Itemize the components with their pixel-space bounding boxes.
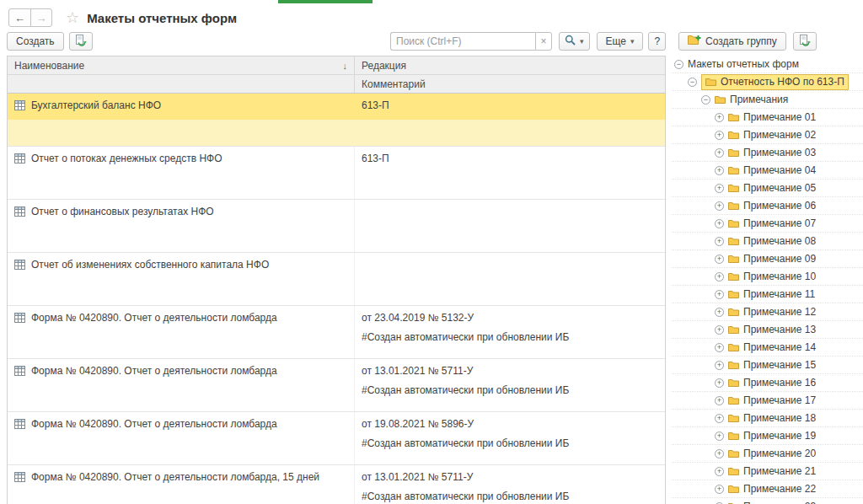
search-input[interactable] <box>390 32 535 51</box>
tree-note-item[interactable]: + Примечание 07 <box>672 215 863 233</box>
more-button[interactable]: Еще ▾ <box>597 32 644 51</box>
group-tree: − Макеты отчетных форм − Отчетность НФО … <box>672 56 863 504</box>
table-row[interactable]: Форма № 0420890. Отчет о деятельности ло… <box>8 412 665 465</box>
forward-button[interactable]: → <box>30 9 51 26</box>
tree-note-item[interactable]: + Примечание 06 <box>672 197 863 215</box>
search-button[interactable]: ▾ <box>559 32 590 51</box>
folder-icon <box>705 78 716 87</box>
expand-icon[interactable]: + <box>715 449 724 458</box>
tree-note-item[interactable]: + Примечание 23 <box>672 498 863 504</box>
collapse-icon[interactable]: − <box>688 78 697 87</box>
tree-note-item[interactable]: + Примечание 10 <box>672 268 863 286</box>
column-header-name[interactable]: Наименование ↓ <box>8 56 355 74</box>
expand-icon[interactable]: + <box>715 325 724 335</box>
table-row[interactable]: Бухгалтерский баланс НФО 613-П <box>8 94 665 147</box>
collapse-icon[interactable]: − <box>701 95 710 105</box>
expand-icon[interactable]: + <box>715 485 724 494</box>
tree-note-item[interactable]: + Примечание 19 <box>672 427 863 445</box>
row-revision: от 13.01.2021 № 5711-У <box>362 365 658 377</box>
back-button[interactable]: ← <box>9 9 30 26</box>
expand-icon[interactable]: + <box>715 148 724 158</box>
search-clear-button[interactable]: × <box>535 32 552 51</box>
tree-note-item[interactable]: + Примечание 18 <box>672 410 863 427</box>
folder-icon <box>728 166 739 175</box>
expand-icon[interactable]: + <box>715 255 724 264</box>
tree-note-item[interactable]: + Примечание 13 <box>672 321 863 339</box>
expand-icon[interactable]: + <box>715 201 724 211</box>
template-icon <box>14 472 25 485</box>
export-tree-button[interactable] <box>793 32 817 51</box>
create-group-button[interactable]: Создать группу <box>678 32 786 51</box>
row-revision: от 23.04.2019 № 5132-У <box>362 312 658 324</box>
expand-icon[interactable]: + <box>715 396 724 405</box>
tree-root[interactable]: − Макеты отчетных форм <box>672 56 863 73</box>
nav-buttons: ← → <box>8 8 52 27</box>
table-row[interactable]: Форма № 0420890. Отчет о деятельности ло… <box>8 465 665 504</box>
tree-note-item[interactable]: + Примечание 21 <box>672 463 863 480</box>
favorite-star-icon[interactable]: ☆ <box>66 10 79 25</box>
expand-icon[interactable]: + <box>715 378 724 388</box>
expand-icon[interactable]: + <box>715 467 724 476</box>
tree-note-label: Примечание 15 <box>743 359 816 371</box>
tree-note-item[interactable]: + Примечание 09 <box>672 250 863 268</box>
expand-icon[interactable]: + <box>715 166 724 175</box>
tree-note-label: Примечание 12 <box>743 306 816 318</box>
column-header-revision[interactable]: Редакция <box>355 60 665 72</box>
table-row[interactable]: Отчет о финансовых результатах НФО <box>8 200 665 253</box>
column-header-comment[interactable]: Комментарий <box>355 78 665 90</box>
table-row[interactable]: Форма № 0420890. Отчет о деятельности ло… <box>8 359 665 412</box>
expand-icon[interactable]: + <box>715 272 724 281</box>
tree-note-item[interactable]: + Примечание 12 <box>672 303 863 321</box>
table-row[interactable]: Отчет о потоках денежных средств НФО 613… <box>8 147 665 200</box>
expand-icon[interactable]: + <box>715 219 724 228</box>
tree-note-item[interactable]: + Примечание 05 <box>672 180 863 197</box>
tree-note-label: Примечание 22 <box>743 483 816 495</box>
tree-note-item[interactable]: + Примечание 11 <box>672 286 863 303</box>
report-table: Наименование ↓ Редакция Комментарий Бухг… <box>7 56 666 504</box>
help-button[interactable]: ? <box>648 32 666 51</box>
folder-icon <box>728 255 739 264</box>
tree-note-item[interactable]: + Примечание 16 <box>672 374 863 392</box>
tree-note-item[interactable]: + Примечание 02 <box>672 126 863 144</box>
tree-note-item[interactable]: + Примечание 20 <box>672 445 863 463</box>
export-list-button[interactable] <box>69 32 93 51</box>
tree-selected-item[interactable]: Отчетность НФО по 613-П <box>701 74 849 90</box>
folder-icon <box>728 219 739 228</box>
expand-icon[interactable]: + <box>715 343 724 352</box>
tree-note-item[interactable]: + Примечание 22 <box>672 480 863 498</box>
table-row[interactable]: Форма № 0420890. Отчет о деятельности ло… <box>8 306 665 359</box>
expand-icon[interactable]: + <box>715 290 724 299</box>
create-button[interactable]: Создать <box>7 32 64 51</box>
folder-icon <box>728 343 739 352</box>
expand-icon[interactable]: + <box>715 237 724 246</box>
expand-icon[interactable]: + <box>715 361 724 370</box>
tree-note-item[interactable]: + Примечание 17 <box>672 392 863 410</box>
row-name: Форма № 0420890. Отчет о деятельности ло… <box>31 418 277 430</box>
expand-icon[interactable]: + <box>715 308 724 317</box>
tree-note-label: Примечание 13 <box>743 324 816 335</box>
row-name: Отчет об изменениях собственного капитал… <box>31 259 269 271</box>
template-icon <box>14 153 25 166</box>
folder-icon <box>728 148 739 158</box>
tree-note-item[interactable]: + Примечание 15 <box>672 357 863 374</box>
tree-note-item[interactable]: + Примечание 14 <box>672 339 863 357</box>
titlebar: ← → ☆ Макеты отчетных форм <box>0 7 863 29</box>
tree-note-item[interactable]: + Примечание 01 <box>672 109 863 126</box>
tree-group-613p[interactable]: − Отчетность НФО по 613-П <box>672 73 863 91</box>
tree-note-item[interactable]: + Примечание 04 <box>672 162 863 180</box>
tree-notes-group[interactable]: − Примечания <box>672 91 863 109</box>
tree-note-item[interactable]: + Примечание 03 <box>672 144 863 162</box>
tree-note-label: Примечание 19 <box>743 430 816 442</box>
table-row[interactable]: Отчет об изменениях собственного капитал… <box>8 253 665 306</box>
expand-icon[interactable]: + <box>715 131 724 140</box>
tree-notes: + Примечание 01 + Примечание 02 + Примеч… <box>672 109 863 504</box>
expand-icon[interactable]: + <box>715 184 724 193</box>
row-revision: от 13.01.2021 № 5711-У <box>362 471 658 483</box>
collapse-icon[interactable]: − <box>674 60 683 69</box>
chevron-down-icon: ▾ <box>630 37 635 46</box>
expand-icon[interactable]: + <box>715 113 724 122</box>
template-icon <box>14 206 25 219</box>
tree-note-item[interactable]: + Примечание 08 <box>672 233 863 250</box>
expand-icon[interactable]: + <box>715 432 724 441</box>
expand-icon[interactable]: + <box>715 414 724 423</box>
